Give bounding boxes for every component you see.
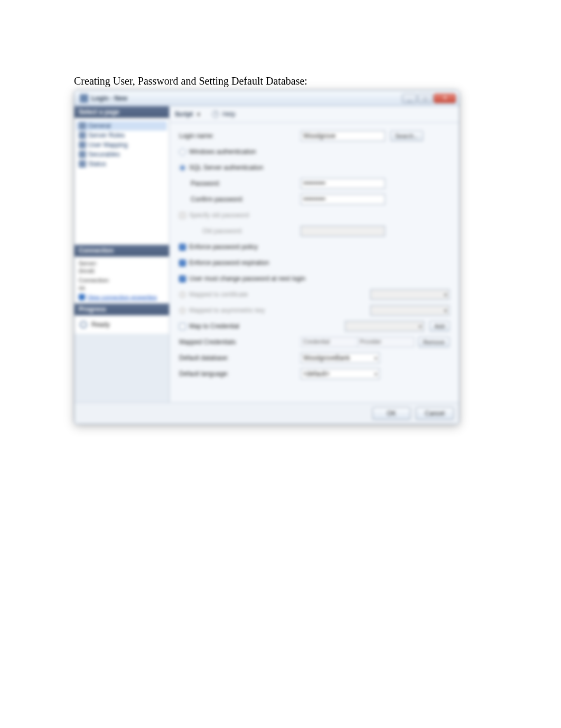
checkbox-icon (179, 244, 186, 251)
ok-button[interactable]: OK (372, 407, 410, 420)
script-dropdown[interactable]: Script (175, 110, 193, 118)
page-icon (79, 132, 86, 139)
default-language-label: Default language: (179, 370, 295, 377)
default-database-select[interactable]: WoodgroveBank ▾ (301, 353, 380, 363)
page-label: General (88, 122, 111, 130)
page-icon (79, 160, 86, 168)
checkbox-icon (179, 275, 186, 282)
close-button[interactable]: ✕ (434, 94, 456, 103)
page-server-roles[interactable]: Server Roles (77, 131, 167, 140)
provider-column-header: Provider (358, 337, 414, 347)
must-change-check[interactable]: User must change password at next login (179, 275, 305, 282)
checkbox-icon (179, 260, 186, 266)
page-status[interactable]: Status (77, 159, 167, 169)
right-panel: Script ▼ ? Help Login name: Search... Wi… (170, 106, 459, 402)
dialog-footer: OK Cancel (74, 402, 459, 424)
page-tree: General Server Roles User Mapping Secura… (74, 118, 169, 245)
page-general[interactable]: General (77, 121, 167, 131)
sql-auth-radio[interactable]: SQL Server authentication (179, 164, 263, 171)
connection-label: Connection: (79, 277, 165, 283)
old-password-label: Old password: (179, 227, 295, 235)
chevron-down-icon: ▾ (444, 308, 447, 314)
login-name-label: Login name: (179, 132, 295, 140)
enforce-expiration-label: Enforce password expiration (189, 259, 269, 266)
mapped-credentials-label: Mapped Credentials (179, 338, 295, 346)
add-credential-button[interactable]: Add (429, 321, 450, 331)
server-value: (local) (79, 268, 165, 274)
help-link[interactable]: Help (222, 110, 236, 118)
link-icon (79, 294, 85, 300)
page-icon (79, 141, 86, 149)
progress-status: Ready (91, 321, 110, 328)
general-form: Login name: Search... Windows authentica… (170, 123, 459, 385)
windows-auth-label: Windows authentication (189, 148, 256, 155)
mapped-cert-select: ▾ (370, 289, 450, 300)
progress-icon (80, 321, 87, 328)
cancel-button[interactable]: Cancel (416, 407, 454, 420)
view-connection-properties-link[interactable]: View connection properties (79, 294, 165, 300)
page-icon (79, 122, 86, 130)
checkbox-icon (179, 212, 186, 219)
enforce-policy-check[interactable]: Enforce password policy (179, 243, 258, 251)
script-toolbar: Script ▼ ? Help (170, 106, 459, 123)
page-label: Securables (88, 151, 120, 158)
window-title: Login - New (91, 95, 127, 102)
windows-auth-radio[interactable]: Windows authentication (179, 148, 256, 155)
password-label: Password: (179, 180, 295, 187)
login-new-dialog: Login - New _ □ ✕ Select a page General … (74, 90, 460, 425)
default-language-value: <default> (303, 370, 330, 377)
left-panel: Select a page General Server Roles User … (74, 106, 170, 402)
minimize-button[interactable]: _ (402, 94, 417, 103)
map-credential-select: ▾ (345, 321, 424, 331)
chevron-down-icon: ▾ (375, 371, 377, 377)
default-database-label: Default database: (179, 354, 295, 362)
connection-header: Connection (74, 245, 169, 256)
map-credential-label: Map to Credential (189, 322, 239, 330)
password-input[interactable] (301, 178, 385, 189)
mapped-key-select: ▾ (370, 305, 450, 316)
select-page-header: Select a page (74, 106, 169, 118)
chevron-down-icon: ▾ (444, 292, 447, 298)
mapped-key-radio: Mapped to asymmetric key (179, 307, 265, 314)
login-name-input[interactable] (301, 131, 385, 141)
chevron-down-icon: ▾ (419, 324, 422, 329)
radio-icon (179, 164, 186, 171)
radio-icon (179, 307, 186, 314)
progress-panel: Ready (74, 315, 169, 334)
mapped-cert-label: Mapped to certificate (189, 291, 248, 298)
view-connection-properties-label: View connection properties (87, 294, 157, 300)
page-label: Status (88, 160, 106, 168)
connection-value: sa (79, 284, 165, 291)
default-database-value: WoodgroveBank (303, 354, 350, 362)
titlebar: Login - New _ □ ✕ (74, 90, 459, 106)
confirm-password-label: Confirm password: (179, 196, 295, 203)
search-button[interactable]: Search... (390, 131, 423, 141)
credential-column-header: Credential (301, 337, 358, 347)
server-label: Server: (79, 260, 165, 266)
page-icon (79, 151, 86, 158)
help-icon: ? (212, 110, 219, 118)
page-user-mapping[interactable]: User Mapping (77, 140, 167, 150)
confirm-password-input[interactable] (301, 194, 385, 205)
enforce-expiration-check[interactable]: Enforce password expiration (179, 259, 269, 266)
maximize-button[interactable]: □ (418, 94, 433, 103)
page-securables[interactable]: Securables (77, 150, 167, 159)
mapped-key-label: Mapped to asymmetric key (189, 307, 265, 314)
remove-credential-button[interactable]: Remove (418, 337, 450, 347)
page-label: Server Roles (88, 132, 125, 139)
checkbox-icon (179, 323, 186, 330)
page-caption: Creating User, Password and Setting Defa… (74, 75, 307, 87)
old-password-input (301, 226, 385, 236)
map-credential-check[interactable]: Map to Credential (179, 322, 239, 330)
default-language-select[interactable]: <default> ▾ (301, 368, 380, 379)
app-icon (80, 94, 88, 103)
chevron-down-icon: ▾ (375, 355, 377, 361)
connection-panel: Server: (local) Connection: sa View conn… (74, 256, 169, 303)
radio-icon (179, 291, 186, 298)
sql-auth-label: SQL Server authentication (189, 164, 263, 171)
specify-old-password-check: Specify old password (179, 211, 249, 219)
page-label: User Mapping (88, 141, 128, 149)
chevron-down-icon: ▼ (196, 112, 201, 117)
must-change-label: User must change password at next login (189, 275, 305, 282)
mapped-cert-radio: Mapped to certificate (179, 291, 248, 298)
